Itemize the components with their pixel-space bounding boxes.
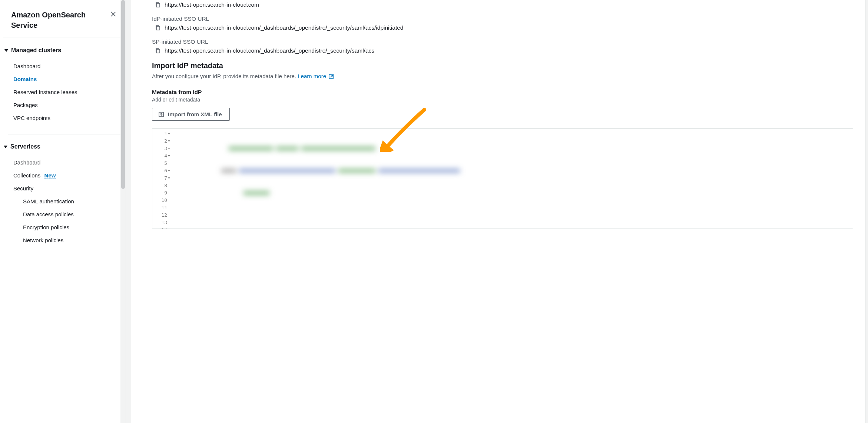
gutter-line: 6	[152, 167, 172, 174]
nav-section-label: Managed clusters	[11, 47, 61, 54]
main-wrapper: https://test-open.search-in-cloud.com Id…	[126, 0, 868, 423]
metadata-from-idp-label: Metadata from IdP	[152, 89, 853, 96]
gutter-line: 13	[152, 219, 172, 226]
sidebar-scrollbar-thumb[interactable]	[121, 0, 125, 189]
svg-rect-2	[156, 3, 160, 7]
sidebar: Amazon OpenSearch Service Managed cluste…	[0, 0, 126, 423]
gutter-line: 5	[152, 160, 172, 167]
url-value: https://test-open.search-in-cloud.com/_d…	[165, 24, 403, 31]
sidebar-item-network-policies[interactable]: Network policies	[23, 234, 116, 247]
service-title: Amazon OpenSearch Service	[11, 10, 110, 30]
caret-down-icon	[4, 49, 8, 52]
code-editor-content[interactable]	[173, 129, 853, 229]
copy-icon[interactable]	[155, 48, 161, 54]
url-row-sp-sso: https://test-open.search-in-cloud.com/_d…	[155, 47, 853, 54]
gutter-line: 10	[152, 197, 172, 204]
sidebar-item-domains[interactable]: Domains	[13, 73, 116, 86]
sidebar-item-packages[interactable]: Packages	[13, 99, 116, 111]
sidebar-item-security[interactable]: Security	[13, 182, 116, 195]
gutter-line: 2	[152, 137, 172, 145]
nav-section-serverless: Serverless Dashboard Collections New Sec…	[8, 134, 123, 252]
import-from-xml-button[interactable]: Import from XML file	[152, 108, 230, 121]
external-link-icon	[328, 74, 334, 79]
code-editor-gutter: 1234567891011121314	[152, 129, 173, 229]
sidebar-header: Amazon OpenSearch Service	[3, 7, 123, 37]
gutter-line: 9	[152, 189, 172, 197]
fold-caret-icon[interactable]	[168, 177, 170, 179]
sidebar-item-label: Collections	[13, 172, 40, 179]
sidebar-item-dashboard[interactable]: Dashboard	[13, 60, 116, 73]
close-icon[interactable]	[110, 11, 116, 17]
url-value: https://test-open.search-in-cloud.com/_d…	[165, 47, 374, 54]
copy-icon[interactable]	[155, 25, 161, 31]
learn-more-link[interactable]: Learn more	[298, 73, 334, 79]
upload-icon	[158, 111, 164, 117]
fold-caret-icon[interactable]	[168, 155, 170, 157]
svg-rect-4	[156, 49, 160, 53]
gutter-line: 12	[152, 212, 172, 219]
sidebar-item-collections[interactable]: Collections New	[13, 169, 116, 182]
main-right-scrollbar[interactable]	[865, 0, 868, 423]
nav-section-header-serverless[interactable]: Serverless	[4, 143, 116, 150]
gutter-line: 11	[152, 204, 172, 212]
nav-section-label: Serverless	[10, 143, 40, 150]
url-row-idp-sso: https://test-open.search-in-cloud.com/_d…	[155, 24, 853, 31]
import-idp-description: After you configure your IdP, provide it…	[152, 73, 853, 79]
fold-caret-icon[interactable]	[168, 148, 170, 149]
import-button-label: Import from XML file	[168, 111, 222, 117]
fold-caret-icon[interactable]	[168, 140, 170, 142]
svg-rect-3	[156, 26, 160, 30]
main-scrollbar[interactable]	[126, 0, 131, 423]
nav-section-header-managed-clusters[interactable]: Managed clusters	[5, 47, 116, 54]
import-idp-heading: Import IdP metadata	[152, 61, 853, 70]
copy-icon[interactable]	[155, 2, 161, 8]
fold-caret-icon[interactable]	[168, 133, 170, 134]
caret-down-icon	[4, 146, 7, 148]
gutter-line: 8	[152, 182, 172, 189]
sidebar-scrollbar[interactable]	[120, 0, 126, 423]
nav-section-managed-clusters: Managed clusters Dashboard Domains Reser…	[3, 45, 123, 130]
gutter-line: 3	[152, 145, 172, 152]
blurred-code-content	[173, 129, 853, 229]
new-badge: New	[44, 172, 56, 179]
gutter-line: 4	[152, 152, 172, 160]
fold-caret-icon[interactable]	[168, 170, 170, 171]
field-label-idp-sso: IdP-initiated SSO URL	[152, 16, 853, 22]
gutter-line: 14	[152, 226, 172, 229]
sidebar-item-serverless-dashboard[interactable]: Dashboard	[13, 156, 116, 169]
url-row-domain: https://test-open.search-in-cloud.com	[155, 1, 853, 8]
url-value: https://test-open.search-in-cloud.com	[165, 1, 259, 8]
xml-metadata-editor[interactable]: 1234567891011121314	[152, 128, 853, 229]
main-content: https://test-open.search-in-cloud.com Id…	[131, 0, 868, 423]
sidebar-item-encryption-policies[interactable]: Encryption policies	[23, 221, 116, 234]
gutter-line: 1	[152, 130, 172, 137]
gutter-line: 7	[152, 174, 172, 182]
metadata-from-idp-desc: Add or edit metadata	[152, 97, 853, 103]
sidebar-item-data-access-policies[interactable]: Data access policies	[23, 208, 116, 221]
sidebar-item-vpc-endpoints[interactable]: VPC endpoints	[13, 111, 116, 124]
field-label-sp-sso: SP-initiated SSO URL	[152, 39, 853, 45]
sidebar-item-reserved-instance-leases[interactable]: Reserved Instance leases	[13, 86, 116, 99]
sidebar-item-saml-authentication[interactable]: SAML authentication	[23, 195, 116, 208]
